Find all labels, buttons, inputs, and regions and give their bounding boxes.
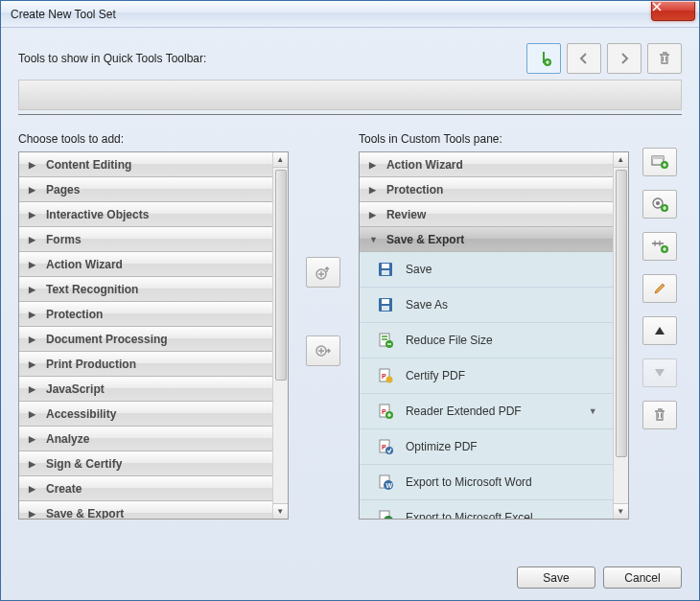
scroll-up-icon[interactable]: ▲ [614, 152, 628, 168]
svg-point-31 [656, 201, 660, 205]
category-label: Review [386, 208, 426, 221]
category-label: JavaScript [46, 382, 105, 396]
scroll-up-icon[interactable]: ▲ [273, 152, 288, 168]
trash-icon [653, 407, 666, 423]
pencil-icon [653, 282, 666, 295]
category-label: Protection [386, 183, 443, 196]
category-row[interactable]: ▶Protection [360, 177, 613, 202]
add-to-custom-button[interactable] [306, 335, 340, 366]
arrow-left-icon [579, 53, 589, 64]
quick-tools-toolbar[interactable] [18, 80, 682, 110]
right-scrollbar[interactable]: ▲ ▼ [613, 152, 628, 519]
chevron-right-icon: ▶ [29, 434, 38, 444]
category-label: Text Recognition [46, 283, 138, 296]
tool-item[interactable]: PReader Extended PDF▼ [360, 394, 613, 429]
category-row[interactable]: ▶Print Production [19, 352, 272, 377]
tool-item[interactable]: PCertify PDF [360, 358, 613, 394]
tool-label: Optimize PDF [406, 440, 478, 453]
category-row[interactable]: ▶Sign & Certify [19, 451, 272, 476]
left-listbox: ▶Content Editing▶Pages▶Interactive Objec… [18, 151, 289, 520]
add-panel-button[interactable] [642, 148, 677, 176]
category-row[interactable]: ▶Action Wizard [360, 152, 613, 177]
chevron-right-icon: ▶ [29, 459, 38, 469]
edit-button[interactable] [642, 274, 677, 303]
tool-label: Export to Microsoft Word [406, 475, 532, 489]
category-row[interactable]: ▶Protection [19, 302, 272, 327]
trash-icon [658, 51, 671, 66]
compress-icon [377, 332, 394, 349]
category-row[interactable]: ▶Document Processing [19, 327, 272, 352]
tool-item[interactable]: WExport to Microsoft Word [360, 465, 613, 500]
category-label: Forms [46, 233, 82, 246]
tool-item[interactable]: XExport to Microsoft Excel [360, 500, 613, 519]
save-button[interactable]: Save [517, 566, 595, 589]
close-button[interactable] [651, 2, 695, 21]
category-row[interactable]: ▶JavaScript [19, 377, 272, 402]
cancel-button[interactable]: Cancel [603, 566, 682, 589]
chevron-right-icon: ▶ [29, 359, 38, 369]
tool-label: Save [406, 263, 432, 276]
chevron-right-icon: ▶ [369, 185, 379, 195]
dialog-body: Tools to show in Quick Tools Toolbar: [1, 28, 699, 600]
category-label: Action Wizard [386, 158, 463, 172]
left-scrollbar[interactable]: ▲ ▼ [272, 152, 288, 519]
chevron-right-icon: ▶ [29, 210, 38, 220]
svg-rect-9 [382, 306, 389, 311]
scroll-down-icon[interactable]: ▼ [273, 503, 288, 519]
category-row[interactable]: ▶Analyze [19, 427, 272, 451]
prev-button[interactable] [567, 43, 601, 74]
triangle-down-icon [654, 368, 665, 378]
svg-rect-6 [382, 270, 389, 275]
move-to-toolbar-button[interactable] [306, 257, 340, 288]
category-label: Sign & Certify [46, 457, 122, 471]
category-row[interactable]: ▶Text Recognition [19, 277, 272, 302]
add-tool-button[interactable] [642, 190, 677, 219]
category-row[interactable]: ▶Pages [19, 177, 272, 202]
save-icon [377, 296, 394, 313]
word-icon: W [377, 474, 394, 491]
category-row[interactable]: ▶Action Wizard [19, 252, 272, 277]
tool-label: Certify PDF [406, 369, 465, 382]
chevron-right-icon: ▶ [29, 160, 38, 170]
category-row[interactable]: ▶Interactive Objects [19, 202, 272, 227]
category-label: Content Editing [46, 158, 131, 172]
tool-item[interactable]: Reduce File Size [360, 323, 613, 358]
add-divider-side-button[interactable] [642, 232, 677, 261]
panel-add-icon [651, 155, 668, 169]
next-button[interactable] [607, 43, 642, 74]
top-buttons [526, 43, 682, 74]
svg-text:X: X [386, 518, 391, 519]
category-label: Print Production [46, 358, 136, 371]
tool-item[interactable]: Save [360, 252, 613, 288]
chevron-right-icon: ▶ [29, 235, 38, 244]
chevron-down-icon: ▼ [369, 235, 379, 244]
tool-item[interactable]: POptimize PDF [360, 429, 613, 465]
triangle-up-icon [654, 326, 665, 335]
svg-rect-28 [652, 156, 664, 159]
move-down-button[interactable] [642, 358, 677, 387]
close-icon [652, 2, 662, 12]
delete-item-button[interactable] [642, 401, 677, 429]
category-row[interactable]: ▶Review [360, 202, 613, 227]
add-right-icon [315, 342, 332, 359]
move-up-button[interactable] [642, 316, 677, 345]
category-row[interactable]: ▼Save & Export [360, 227, 613, 252]
category-row[interactable]: ▶Save & Export [19, 501, 272, 519]
category-row[interactable]: ▶Forms [19, 227, 272, 252]
left-list[interactable]: ▶Content Editing▶Pages▶Interactive Objec… [19, 152, 272, 519]
category-row[interactable]: ▶Accessibility [19, 402, 272, 427]
scroll-thumb[interactable] [275, 170, 287, 381]
scroll-thumb[interactable] [616, 170, 627, 457]
add-up-icon [315, 264, 332, 281]
tool-item[interactable]: Save As [360, 288, 613, 323]
columns: Choose tools to add: ▶Content Editing▶Pa… [18, 132, 682, 553]
add-divider-button[interactable] [526, 43, 561, 74]
chevron-right-icon: ▶ [29, 185, 38, 195]
scroll-down-icon[interactable]: ▼ [614, 503, 628, 519]
delete-button[interactable] [647, 43, 682, 74]
category-row[interactable]: ▶Content Editing [19, 152, 272, 177]
top-row: Tools to show in Quick Tools Toolbar: [18, 43, 682, 74]
category-row[interactable]: ▶Create [19, 476, 272, 501]
right-list[interactable]: ▶Action Wizard▶Protection▶Review▼Save & … [360, 152, 613, 519]
reader-icon: P [377, 403, 394, 420]
